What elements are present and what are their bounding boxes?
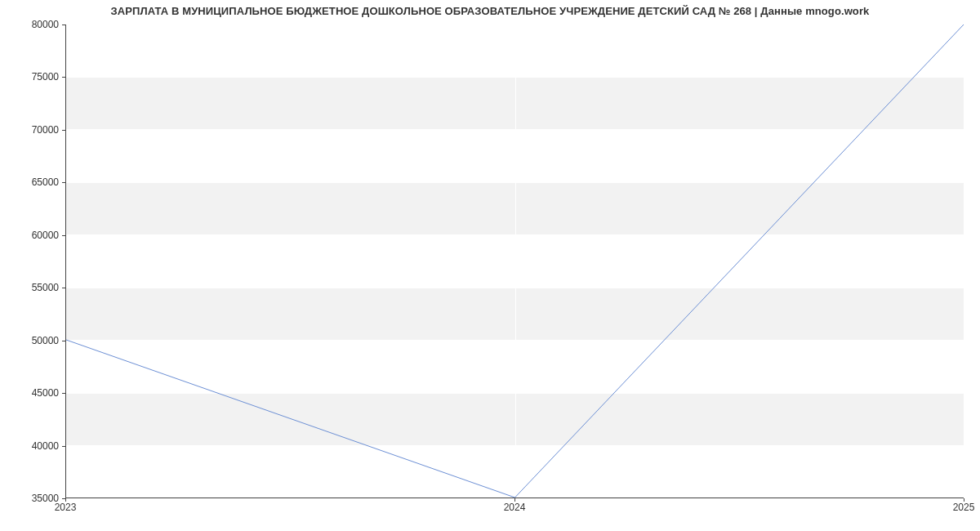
x-tick-mark — [964, 498, 964, 502]
series-salary — [66, 25, 964, 498]
x-tick-label: 2023 — [55, 502, 77, 513]
y-tick-label: 50000 — [0, 335, 59, 346]
y-tick-label: 45000 — [0, 387, 59, 399]
y-tick-label: 35000 — [0, 493, 59, 504]
y-tick-label: 55000 — [0, 282, 59, 293]
y-tick-label: 70000 — [0, 124, 59, 136]
x-tick-mark — [514, 498, 515, 502]
plot-area — [65, 25, 964, 498]
line-layer — [66, 25, 964, 498]
x-gridline — [964, 25, 965, 498]
y-tick-label: 65000 — [0, 176, 59, 188]
chart-title: ЗАРПЛАТА В МУНИЦИПАЛЬНОЕ БЮДЖЕТНОЕ ДОШКО… — [0, 5, 980, 17]
y-tick-label: 75000 — [0, 71, 59, 83]
y-tick-label: 80000 — [0, 19, 59, 30]
x-tick-mark — [65, 498, 66, 502]
x-tick-label: 2025 — [953, 502, 975, 513]
y-tick-label: 60000 — [0, 230, 59, 241]
y-tick-label: 40000 — [0, 440, 59, 452]
x-tick-label: 2024 — [504, 502, 526, 513]
chart-container: ЗАРПЛАТА В МУНИЦИПАЛЬНОЕ БЮДЖЕТНОЕ ДОШКО… — [0, 0, 980, 531]
